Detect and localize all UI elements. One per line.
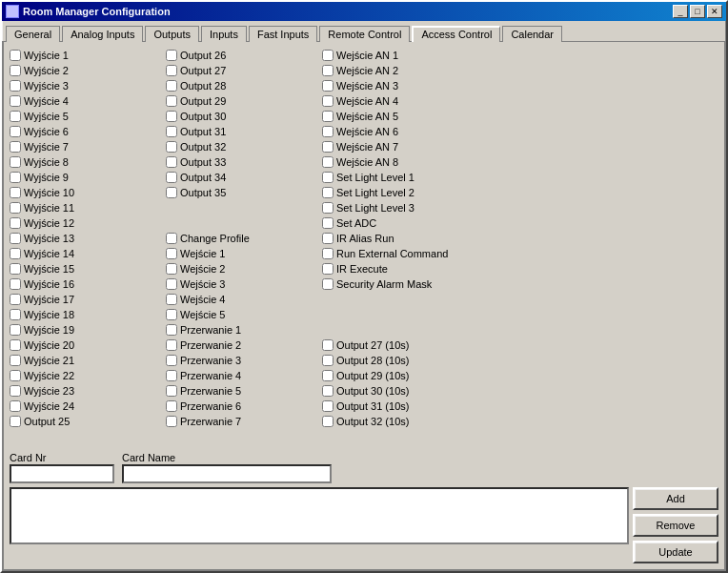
checkbox-wejscie-1[interactable] <box>166 248 177 259</box>
checkbox-przerwanie-2[interactable] <box>166 339 177 351</box>
minimize-button[interactable]: _ <box>673 5 688 18</box>
checkbox-output-27[interactable] <box>166 65 177 76</box>
tab-calendar[interactable]: Calendar <box>502 26 562 42</box>
checkbox-output-33[interactable] <box>166 156 177 168</box>
checkbox-wyjscie-15[interactable] <box>10 263 21 275</box>
checkbox-output-35[interactable] <box>166 187 177 198</box>
card-name-group: Card Name <box>122 452 332 483</box>
checkbox-wejscie-an-8[interactable] <box>322 156 334 168</box>
checkbox-wejscie-3[interactable] <box>166 278 177 290</box>
checkbox-przerwanie-1[interactable] <box>166 324 177 336</box>
checkbox-run-external-command[interactable] <box>322 248 334 259</box>
checkbox-przerwanie-5[interactable] <box>166 385 177 397</box>
checkbox-set-light-level-3[interactable] <box>322 202 334 214</box>
tab-inputs[interactable]: Inputs <box>201 26 247 42</box>
list-item: Output 31 (10s) <box>322 399 718 414</box>
checkbox-wyjscie-8[interactable] <box>10 156 21 168</box>
checkbox-przerwanie-3[interactable] <box>166 355 177 366</box>
checkbox-output-29[interactable] <box>166 95 177 107</box>
checkbox-wejscie-an-4[interactable] <box>322 95 334 107</box>
list-item: Output 29 <box>166 93 318 109</box>
checkbox-wyjscie-5[interactable] <box>10 111 21 122</box>
checkbox-output-25[interactable] <box>10 416 21 427</box>
checkbox-output-32-10s[interactable] <box>322 416 334 427</box>
checkbox-output-30[interactable] <box>166 111 177 122</box>
card-name-input[interactable] <box>122 464 332 483</box>
checkbox-wyjscie-22[interactable] <box>10 370 21 381</box>
update-button[interactable]: Update <box>633 541 718 563</box>
checkbox-wejscie-an-2[interactable] <box>322 65 334 76</box>
checkbox-wejscie-an-3[interactable] <box>322 80 334 92</box>
checkbox-output-28[interactable] <box>166 80 177 92</box>
tab-outputs[interactable]: Outputs <box>145 26 199 42</box>
checkbox-ir-execute[interactable] <box>322 263 334 275</box>
checkbox-wyjscie-20[interactable] <box>10 339 21 351</box>
checkbox-output-31[interactable] <box>166 126 177 137</box>
list-item: Wyjście 9 <box>10 170 162 185</box>
checkbox-set-adc[interactable] <box>322 217 334 229</box>
checkbox-wyjscie-18[interactable] <box>10 309 21 320</box>
maximize-button[interactable]: □ <box>690 5 705 18</box>
checkbox-wyjscie-12[interactable] <box>10 217 21 229</box>
checkbox-wyjscie-14[interactable] <box>10 248 21 259</box>
checkbox-ir-alias-run[interactable] <box>322 233 334 244</box>
list-textarea[interactable] <box>10 487 629 544</box>
card-nr-input[interactable] <box>10 464 114 483</box>
checkbox-change-profile[interactable] <box>166 233 177 244</box>
checkbox-przerwanie-6[interactable] <box>166 400 177 412</box>
checkbox-wejscie-2[interactable] <box>166 263 177 275</box>
checkbox-wyjscie-24[interactable] <box>10 400 21 412</box>
checkbox-security-alarm-mask[interactable] <box>322 278 334 290</box>
checkbox-wyjscie-16[interactable] <box>10 278 21 290</box>
checkbox-wejscie-5[interactable] <box>166 309 177 320</box>
tab-access-control[interactable]: Access Control <box>412 26 500 42</box>
checkbox-output-28-10s[interactable] <box>322 355 334 366</box>
tab-fast-inputs[interactable]: Fast Inputs <box>249 26 317 42</box>
list-item: Wyjście 24 <box>10 399 162 414</box>
checkbox-wejscie-an-6[interactable] <box>322 126 334 137</box>
list-item: Output 27 <box>166 63 318 78</box>
checkbox-wyjscie-17[interactable] <box>10 294 21 305</box>
checkbox-wyjscie-9[interactable] <box>10 172 21 183</box>
checkbox-wyjscie-7[interactable] <box>10 141 21 153</box>
column-1: Wyjście 1 Wyjście 2 Wyjście 3 Wyjście 4 … <box>10 48 162 448</box>
checkbox-output-34[interactable] <box>166 172 177 183</box>
checkbox-przerwanie-7[interactable] <box>166 416 177 427</box>
checkbox-output-27-10s[interactable] <box>322 339 334 351</box>
checkbox-przerwanie-4[interactable] <box>166 370 177 381</box>
checkbox-output-29-10s[interactable] <box>322 370 334 381</box>
checkbox-wyjscie-23[interactable] <box>10 385 21 397</box>
checkbox-wyjscie-21[interactable] <box>10 355 21 366</box>
list-item: Wejście 3 <box>166 276 318 292</box>
checkbox-wyjscie-4[interactable] <box>10 95 21 107</box>
checkbox-wyjscie-19[interactable] <box>10 324 21 336</box>
checkbox-wyjscie-11[interactable] <box>10 202 21 214</box>
checkbox-wyjscie-2[interactable] <box>10 65 21 76</box>
checkbox-wyjscie-1[interactable] <box>10 50 21 61</box>
checkbox-output-32[interactable] <box>166 141 177 153</box>
close-button[interactable]: ✕ <box>707 5 722 18</box>
checkbox-wyjscie-3[interactable] <box>10 80 21 92</box>
checkbox-wyjscie-10[interactable] <box>10 187 21 198</box>
checkbox-wejscie-an-5[interactable] <box>322 111 334 122</box>
checkbox-wejscie-4[interactable] <box>166 294 177 305</box>
checkbox-wejscie-an-7[interactable] <box>322 141 334 153</box>
list-item: Wyjście 6 <box>10 124 162 139</box>
remove-button[interactable]: Remove <box>633 514 718 537</box>
checkbox-wyjscie-6[interactable] <box>10 126 21 137</box>
checkbox-set-light-level-2[interactable] <box>322 187 334 198</box>
list-item: Wejście AN 7 <box>322 139 718 154</box>
checkbox-output-26[interactable] <box>166 50 177 61</box>
list-item: Wyjście 2 <box>10 63 162 78</box>
add-button[interactable]: Add <box>633 487 718 510</box>
checkbox-wejscie-an-1[interactable] <box>322 50 334 61</box>
spacer <box>166 215 318 231</box>
checkbox-output-30-10s[interactable] <box>322 385 334 397</box>
checkbox-wyjscie-13[interactable] <box>10 233 21 244</box>
tab-general[interactable]: General <box>6 26 60 42</box>
checkbox-output-31-10s[interactable] <box>322 400 334 412</box>
list-item: Wyjście 22 <box>10 368 162 383</box>
tab-remote-control[interactable]: Remote Control <box>319 26 410 42</box>
checkbox-set-light-level-1[interactable] <box>322 172 334 183</box>
tab-analog-inputs[interactable]: Analog Inputs <box>62 26 143 42</box>
